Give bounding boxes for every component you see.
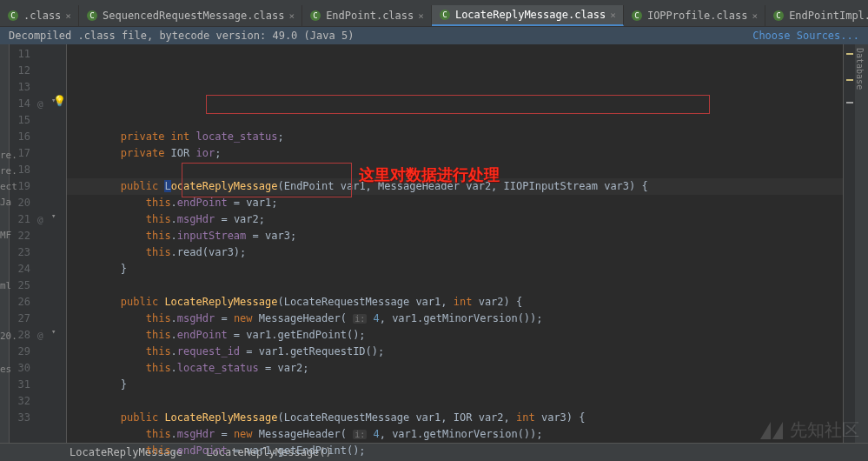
code-line[interactable]: this.endPoint = var1; bbox=[67, 195, 843, 211]
svg-text:C: C bbox=[313, 11, 317, 20]
svg-text:C: C bbox=[10, 11, 15, 20]
code-line[interactable]: private IOR ior; bbox=[67, 145, 843, 162]
class-file-icon: C bbox=[309, 10, 321, 22]
tool-window-database-label[interactable]: Database bbox=[855, 44, 865, 90]
close-icon[interactable]: × bbox=[289, 10, 295, 22]
gutter-icon-column[interactable]: @▾💡@▾@▾ bbox=[34, 44, 67, 443]
code-line[interactable]: this.inputStream = var3; bbox=[67, 228, 843, 244]
line-number[interactable]: 15 bbox=[10, 112, 34, 129]
code-line[interactable]: public LocateReplyMessage(LocateRequestM… bbox=[67, 410, 843, 426]
line-number[interactable]: 11 bbox=[10, 46, 34, 63]
banner-text: Decompiled .class file, bytecode version… bbox=[9, 30, 354, 42]
editor-tab[interactable]: CEndPoint.class× bbox=[302, 5, 432, 26]
code-line[interactable]: this.endPoint = var1.getEndPoint(); bbox=[67, 327, 843, 344]
line-number[interactable]: 31 bbox=[10, 377, 34, 393]
class-file-icon: C bbox=[86, 10, 98, 22]
code-line[interactable]: this.msgHdr = new MessageHeader( i: 4, v… bbox=[67, 426, 843, 443]
class-file-icon: C bbox=[631, 10, 643, 22]
close-icon[interactable]: × bbox=[610, 10, 616, 21]
annotation-box-1 bbox=[206, 95, 710, 114]
code-line[interactable]: this.endPoint = var1.getEndPoint(); bbox=[67, 443, 843, 459]
code-line[interactable]: public LocateReplyMessage(LocateRequestM… bbox=[67, 294, 843, 311]
line-number[interactable]: 14 bbox=[10, 96, 34, 112]
code-line[interactable]: this.request_id = var1.getRequestID(); bbox=[67, 344, 843, 360]
right-tool-rail[interactable]: Database bbox=[855, 44, 868, 443]
close-icon[interactable]: × bbox=[418, 10, 424, 22]
code-line[interactable]: this.locate_status = var2; bbox=[67, 360, 843, 377]
tab-label: EndPointImpl.class bbox=[789, 10, 868, 22]
fold-toggle-icon[interactable]: ▾ bbox=[51, 211, 56, 220]
code-line[interactable]: private int locate_status; bbox=[67, 129, 843, 145]
decompile-banner: Decompiled .class file, bytecode version… bbox=[0, 27, 868, 44]
line-number[interactable]: 32 bbox=[10, 393, 34, 410]
code-line[interactable]: this.msgHdr = new MessageHeader( i: 4, v… bbox=[67, 311, 843, 327]
tab-label: SequencedRequestMessage.class bbox=[103, 10, 285, 22]
project-view-peeking: re. re. ect Ja MF ml 20. es bbox=[0, 148, 17, 377]
close-icon[interactable]: × bbox=[752, 10, 759, 22]
code-line[interactable]: this.read(var3); bbox=[67, 244, 843, 261]
svg-text:C: C bbox=[776, 11, 780, 20]
fold-toggle-icon[interactable]: ▾ bbox=[51, 327, 56, 336]
error-stripe[interactable] bbox=[843, 44, 855, 443]
svg-text:C: C bbox=[442, 10, 447, 19]
code-line[interactable]: } bbox=[67, 261, 843, 277]
code-line[interactable] bbox=[67, 393, 843, 410]
editor-area: 1112131415161718192021222324252627282930… bbox=[0, 44, 868, 443]
intention-bulb-icon[interactable]: 💡 bbox=[53, 95, 66, 107]
editor-tab[interactable]: CSequencedRequestMessage.class× bbox=[79, 5, 302, 26]
override-gutter-icon[interactable]: @ bbox=[37, 327, 43, 344]
class-file-icon: C bbox=[772, 10, 785, 22]
override-gutter-icon[interactable]: @ bbox=[37, 96, 43, 112]
svg-text:C: C bbox=[89, 11, 94, 20]
line-number[interactable]: 16 bbox=[10, 129, 34, 145]
tab-label: LocateReplyMessage.class bbox=[455, 9, 606, 21]
tab-label: IOPProfile.class bbox=[647, 10, 748, 22]
tab-label: EndPoint.class bbox=[326, 10, 414, 22]
code-line[interactable]: public LocateReplyMessage(EndPoint var1,… bbox=[67, 178, 843, 195]
editor-tab[interactable]: C.class× bbox=[0, 5, 79, 26]
close-icon[interactable]: × bbox=[65, 10, 71, 22]
editor-tabs: C.class×CSequencedRequestMessage.class×C… bbox=[0, 5, 868, 27]
override-gutter-icon[interactable]: @ bbox=[37, 211, 43, 228]
svg-text:C: C bbox=[634, 11, 639, 20]
editor-tab[interactable]: CEndPointImpl.class× bbox=[765, 5, 868, 26]
code-line[interactable]: this.msgHdr = var2; bbox=[67, 211, 843, 228]
class-file-icon: C bbox=[7, 10, 19, 22]
code-editor[interactable]: 这里对数据进行处理 private int locate_status; pri… bbox=[67, 44, 843, 443]
tab-label: .class bbox=[23, 10, 61, 22]
line-number[interactable]: 12 bbox=[10, 63, 34, 79]
line-number[interactable]: 13 bbox=[10, 79, 34, 96]
choose-sources-link[interactable]: Choose Sources... bbox=[752, 30, 859, 42]
code-line[interactable] bbox=[67, 277, 843, 294]
editor-tab[interactable]: CLocateReplyMessage.class× bbox=[432, 5, 624, 26]
code-line[interactable] bbox=[67, 162, 843, 178]
line-number[interactable]: 33 bbox=[10, 410, 34, 426]
watermark: 先知社区 bbox=[759, 418, 859, 442]
class-file-icon: C bbox=[439, 9, 451, 21]
code-line[interactable]: } bbox=[67, 377, 843, 393]
editor-tab[interactable]: CIOPProfile.class× bbox=[624, 5, 765, 26]
